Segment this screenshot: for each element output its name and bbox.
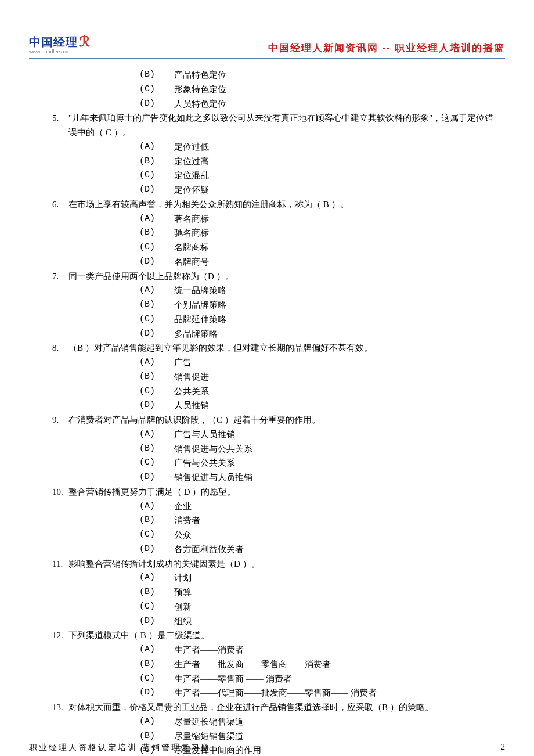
option-text: 公众 [174,528,192,542]
option-label: (B) [139,585,174,600]
option-label: (C) [139,528,174,542]
option-label: (B) [139,154,174,169]
option-row: (B) 个别品牌策略 [52,298,499,312]
option-text: 广告 [174,355,192,370]
option-label: (D) [139,614,174,629]
option-label: (C) [139,168,174,183]
option-label: (A) [139,355,174,370]
option-text: 产品特色定位 [174,68,226,82]
option-text: 名牌商号 [174,255,209,269]
option-row: (D) 各方面利益攸关者 [52,542,499,557]
option-row: (D) 生产者——代理商——批发商——零售商—— 消费者 [52,686,499,700]
option-row: (A) 广告 [52,355,499,370]
option-row: (D) 人员特色定位 [52,97,499,111]
question-number: 10. [52,485,68,499]
question-text: 同一类产品使用两个以上品牌称为（D ）。 [68,269,499,284]
option-label: (B) [139,657,174,672]
option-row: (B) 销售促进 [52,370,499,384]
footer-left: 职业经理人资格认定培训 营销管理复习题 [29,743,211,753]
option-text: 企业 [174,499,192,514]
option-row: (B) 产品特色定位 [52,68,499,82]
logo: 中国经理 ℛ www.handlers.cn [29,35,91,55]
question: 10. 整合营销传播更努力于满足（ D ）的愿望。 [52,485,499,499]
option-text: 驰名商标 [174,226,209,240]
option-row: (B) 尽量缩短销售渠道 [52,729,499,744]
option-text: 品牌延伸策略 [174,312,226,327]
option-row: (A) 企业 [52,499,499,514]
question: 6. 在市场上享有较高声誉，并为相关公众所熟知的注册商标，称为（ B ）。 [52,197,499,212]
option-label: (A) [139,427,174,442]
option-text: 定位过低 [174,140,209,154]
option-label: (A) [139,715,174,729]
option-label: (C) [139,312,174,327]
question-number: 7. [52,269,68,284]
option-row: (D) 定位怀疑 [52,183,499,197]
option-row: (D) 名牌商号 [52,255,499,269]
option-text: 多品牌策略 [174,327,218,341]
option-label: (C) [139,456,174,470]
question: 5. "几年来佩珀博士的广告变化如此之多以致公司从来没有真正地在顾客心中建立其软… [52,111,499,140]
option-text: 生产者——批发商——零售商——消费者 [174,657,331,672]
option-text: 尽量缩短销售渠道 [174,729,244,744]
option-text: 销售促进 [174,370,209,384]
option-text: 定位混乱 [174,168,209,183]
option-row: (B) 驰名商标 [52,226,499,240]
option-label: (C) [139,672,174,686]
option-row: (B) 定位过高 [52,154,499,169]
question-number: 9. [52,413,68,427]
question-number: 11. [52,557,68,571]
option-row: (A) 统一品牌策略 [52,283,499,298]
page-header: 中国经理 ℛ www.handlers.cn 中国经理人新闻资讯网 -- 职业经… [29,35,505,56]
question-text: 在消费者对产品与品牌的认识阶段，（C ）起着十分重要的作用。 [68,413,499,427]
option-text: 计划 [174,571,192,585]
option-row: (B) 销售促进与公共关系 [52,442,499,456]
question-text: "几年来佩珀博士的广告变化如此之多以致公司从来没有真正地在顾客心中建立其软饮料的… [68,111,499,140]
option-text: 生产者——消费者 [174,643,244,657]
option-text: 广告与人员推销 [174,427,235,442]
option-row: (B) 生产者——批发商——零售商——消费者 [52,657,499,672]
option-text: 创新 [174,600,192,614]
option-row: (C) 公共关系 [52,384,499,399]
option-text: 个别品牌策略 [174,298,226,312]
question-text: 对体积大而重，价格又昂贵的工业品，企业在进行产品销售渠道选择时，应采取（B ）的… [68,700,499,715]
option-label: (C) [139,240,174,255]
option-text: 消费者 [174,513,200,528]
option-label: (D) [139,327,174,341]
option-row: (D) 组织 [52,614,499,629]
option-text: 广告与公共关系 [174,456,235,470]
question-number: 8. [52,341,68,355]
option-row: (A) 生产者——消费者 [52,643,499,657]
question: 11. 影响整合营销传播计划成功的关键因素是（D ）。 [52,557,499,571]
option-text: 公共关系 [174,384,209,399]
question-number: 6. [52,197,68,212]
option-label: (C) [139,82,174,97]
option-label: (B) [139,513,174,528]
option-label: (A) [139,499,174,514]
option-row: (C) 品牌延伸策略 [52,312,499,327]
option-label: (B) [139,68,174,82]
option-label: (D) [139,542,174,557]
page-footer: 职业经理人资格认定培训 营销管理复习题 2 [29,743,505,753]
option-label: (D) [139,183,174,197]
option-row: (C) 创新 [52,600,499,614]
option-row: (D) 多品牌策略 [52,327,499,341]
option-row: (D) 人员推销 [52,398,499,413]
logo-bracket-icon: ℛ [79,35,91,49]
option-row: (B) 预算 [52,585,499,600]
logo-url: www.handlers.cn [29,49,91,55]
header-slogan: 中国经理人新闻资讯网 -- 职业经理人培训的摇篮 [268,41,505,55]
option-text: 定位过高 [174,154,209,169]
header-divider [29,57,505,59]
document-page: 中国经理 ℛ www.handlers.cn 中国经理人新闻资讯网 -- 职业经… [0,0,534,756]
question: 7. 同一类产品使用两个以上品牌称为（D ）。 [52,269,499,284]
question: 9. 在消费者对产品与品牌的认识阶段，（C ）起着十分重要的作用。 [52,413,499,427]
question-text: 整合营销传播更努力于满足（ D ）的愿望。 [68,485,499,499]
question: 8. （B ）对产品销售能起到立竿见影的效果，但对建立长期的品牌偏好不甚有效。 [52,341,499,355]
question-text: 下列渠道模式中（ B ）是二级渠道。 [68,628,499,643]
option-label: (C) [139,600,174,614]
option-text: 著名商标 [174,212,209,226]
option-row: (C) 形象特色定位 [52,82,499,97]
option-text: 销售促进与人员推销 [174,470,252,485]
option-row: (A) 定位过低 [52,140,499,154]
option-label: (A) [139,571,174,585]
